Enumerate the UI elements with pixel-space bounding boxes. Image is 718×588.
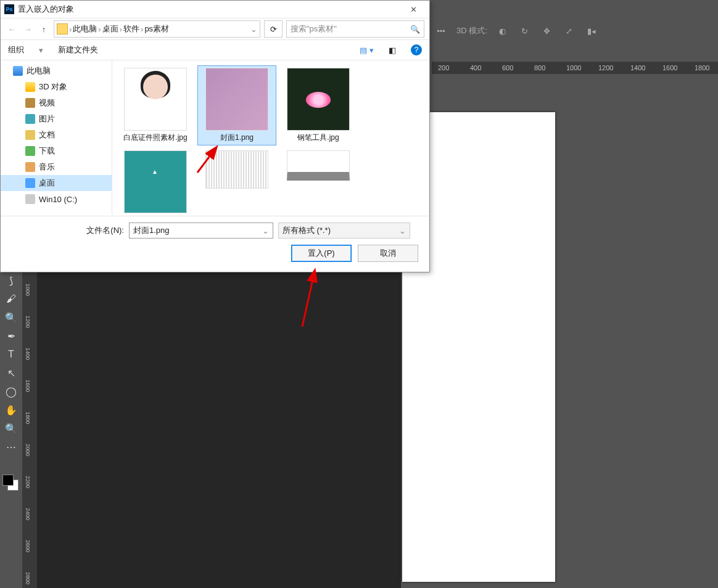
- tree-label: 下载: [39, 145, 55, 157]
- close-button[interactable]: ✕: [401, 1, 426, 18]
- crumb[interactable]: ps素材: [144, 23, 169, 35]
- tree-item[interactable]: 视频: [1, 95, 112, 111]
- ruler-mark: 400: [470, 64, 481, 71]
- folder-icon: [57, 23, 68, 35]
- tool-more[interactable]: ⋯: [0, 438, 22, 456]
- help-icon[interactable]: ?: [411, 44, 422, 55]
- ruler-mark: 1000: [25, 284, 31, 296]
- move-icon[interactable]: ✥: [540, 24, 554, 38]
- tree-label: 音乐: [39, 161, 55, 173]
- orbit-icon[interactable]: ◐: [496, 24, 510, 38]
- tool-zoom-brush[interactable]: 🔍: [0, 308, 22, 327]
- search-placeholder: 搜索"ps素材": [291, 23, 337, 35]
- ruler-mark: 200: [438, 64, 449, 71]
- nav-forward-icon[interactable]: →: [22, 23, 34, 35]
- new-folder-button[interactable]: 新建文件夹: [58, 44, 98, 55]
- file-name: 钢笔工具.jpg: [297, 133, 339, 143]
- file-item[interactable]: 封面1.png: [197, 65, 276, 145]
- ruler-mark: 1800: [25, 412, 31, 424]
- tree-item[interactable]: 文档: [1, 127, 112, 143]
- dialog-titlebar[interactable]: Ps 置入嵌入的对象 ✕: [1, 1, 429, 18]
- ruler-mark: 1600: [25, 380, 31, 392]
- search-input[interactable]: 搜索"ps素材" 🔍: [286, 20, 424, 38]
- tree-item[interactable]: 音乐: [1, 159, 112, 175]
- tool-path[interactable]: ↖: [0, 364, 22, 382]
- ruler-mark: 1000: [566, 64, 581, 71]
- file-item[interactable]: 钢笔工具.jpg: [279, 65, 358, 145]
- file-thumbnail: [124, 68, 187, 131]
- folder-icon: [25, 98, 35, 108]
- ruler-mark: 1200: [598, 64, 613, 71]
- view-mode-icon[interactable]: ▤ ▾: [360, 46, 374, 55]
- tools-panel: ⟆ 🖌 🔍 ✒ T ↖ ◯ ✋ 🔍 ⋯: [0, 271, 22, 588]
- file-item[interactable]: [279, 148, 358, 214]
- nav-back-icon[interactable]: ←: [6, 23, 18, 35]
- format-select[interactable]: 所有格式 (*.*) ⌄: [278, 223, 410, 239]
- folder-icon: [25, 146, 35, 156]
- color-swatch[interactable]: [2, 475, 17, 489]
- tree-item[interactable]: Win10 (C:): [1, 191, 112, 207]
- dialog-footer: 文件名(N): 封面1.png ⌄ 所有格式 (*.*) ⌄ 置入(P) 取消: [1, 216, 429, 272]
- folder-icon: [25, 178, 35, 188]
- filename-value: 封面1.png: [133, 225, 170, 236]
- format-value: 所有格式 (*.*): [283, 225, 331, 236]
- camera-icon[interactable]: ▮◂: [585, 24, 598, 38]
- folder-icon: [13, 66, 23, 76]
- scale-icon[interactable]: ⤢: [563, 24, 576, 38]
- tree-label: 3D 对象: [39, 81, 67, 92]
- tool-pen[interactable]: ✒: [0, 327, 22, 345]
- tool-type[interactable]: T: [0, 345, 22, 364]
- ruler-mark: 2800: [25, 572, 31, 584]
- nav-up-icon[interactable]: ↑: [38, 23, 50, 35]
- rotate-icon[interactable]: ↻: [518, 24, 532, 38]
- tool-brush[interactable]: 🖌: [0, 290, 22, 308]
- folder-icon: [25, 194, 35, 204]
- tree-item[interactable]: 图片: [1, 111, 112, 127]
- tree-label: 图片: [39, 113, 55, 125]
- preview-pane-icon[interactable]: ◧: [389, 46, 396, 55]
- file-grid[interactable]: 白底证件照素材.jpg封面1.png钢笔工具.jpg更换文字.jpg: [112, 60, 429, 214]
- crumb[interactable]: 桌面: [102, 23, 118, 35]
- organize-menu[interactable]: 组织: [8, 44, 24, 55]
- crumb[interactable]: 此电脑: [73, 23, 97, 35]
- cancel-button-label: 取消: [380, 248, 396, 259]
- tree-item[interactable]: 3D 对象: [1, 79, 112, 95]
- tool-shape[interactable]: ◯: [0, 382, 22, 401]
- tree-item[interactable]: 此电脑: [1, 63, 112, 79]
- file-item[interactable]: [197, 148, 276, 214]
- folder-icon: [25, 114, 35, 124]
- file-name: 白底证件照素材.jpg: [123, 133, 187, 143]
- ruler-mark: 1600: [662, 64, 677, 71]
- folder-tree[interactable]: 此电脑3D 对象视频图片文档下载音乐桌面Win10 (C:): [1, 60, 112, 214]
- ruler-mark: 2400: [25, 508, 31, 520]
- ruler-mark: 2600: [25, 540, 31, 552]
- tree-item[interactable]: 下载: [1, 143, 112, 159]
- chevron-down-icon[interactable]: ⌄: [262, 226, 269, 235]
- file-thumbnail: [124, 150, 187, 213]
- filename-input[interactable]: 封面1.png ⌄: [129, 223, 273, 239]
- refresh-button[interactable]: ⟳: [264, 20, 283, 38]
- ruler-mark: 800: [534, 64, 545, 71]
- cancel-button[interactable]: 取消: [358, 245, 418, 262]
- crumb[interactable]: 软件: [123, 23, 139, 35]
- tree-item[interactable]: 桌面: [1, 175, 112, 191]
- tree-label: 此电脑: [27, 65, 51, 76]
- ruler-mark: 1400: [630, 64, 645, 71]
- ruler-mark: 1400: [25, 348, 31, 360]
- file-item[interactable]: 更换文字.jpg: [116, 148, 195, 214]
- tool-lasso[interactable]: ⟆: [0, 271, 22, 290]
- more-icon[interactable]: •••: [434, 24, 448, 38]
- chevron-down-icon[interactable]: ⌄: [399, 226, 406, 235]
- tool-zoom[interactable]: 🔍: [0, 419, 22, 438]
- file-thumbnail: [287, 150, 350, 181]
- dialog-body: 此电脑3D 对象视频图片文档下载音乐桌面Win10 (C:) 白底证件照素材.j…: [1, 60, 429, 214]
- file-item[interactable]: 白底证件照素材.jpg: [116, 65, 195, 145]
- breadcrumb[interactable]: › 此电脑› 桌面› 软件› ps素材 ⌄: [54, 20, 260, 38]
- tool-hand[interactable]: ✋: [0, 401, 22, 419]
- folder-icon: [25, 162, 35, 172]
- dialog-title: 置入嵌入的对象: [18, 4, 74, 15]
- ruler-mark: 2200: [25, 476, 31, 488]
- foreground-color[interactable]: [2, 475, 14, 486]
- filename-label: 文件名(N):: [1, 225, 124, 236]
- place-button[interactable]: 置入(P): [291, 245, 352, 262]
